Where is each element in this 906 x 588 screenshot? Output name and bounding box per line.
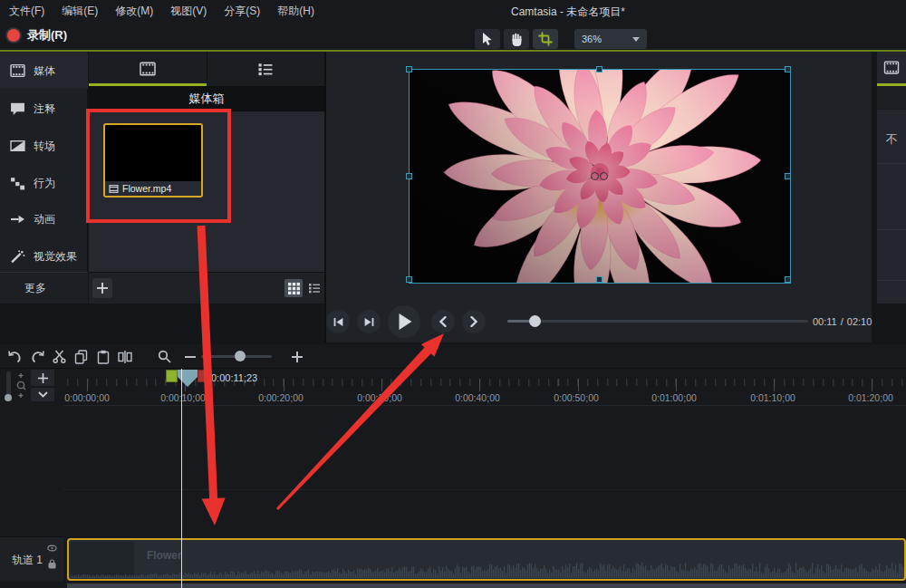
ruler-label: 0:00:20;00 [258,392,304,403]
resize-handle-tm[interactable] [596,66,602,72]
menu-modify[interactable]: 修改(M) [115,4,153,19]
time-separator: / [841,316,843,327]
add-track-button[interactable] [31,370,54,386]
list-icon [257,63,274,76]
track-height-slider-thumb[interactable] [5,394,12,401]
track-zoom-mini-icon[interactable] [14,372,27,400]
animation-arrow-icon [10,212,25,227]
preview-canvas[interactable] [410,70,790,283]
tab-media-bin[interactable] [89,52,207,86]
copy-button[interactable] [72,348,90,365]
behavior-icon [10,176,25,190]
media-thumbnail-flower[interactable]: Flower.mp4 [103,123,203,198]
magic-wand-icon [10,249,25,264]
jump-next-button[interactable] [462,310,486,333]
properties-media-tab[interactable] [877,52,906,86]
sidebar-item-label: 动画 [34,212,55,227]
tab-media-list[interactable] [207,52,325,86]
anchor-circle-left[interactable] [591,172,599,180]
media-bottombar [89,272,324,304]
resize-handle-bl[interactable] [406,276,412,283]
plus-icon [97,283,108,294]
sidebar-item-visual-effects[interactable]: 视觉效果 [0,238,88,275]
ruler-label: 0:00:50;00 [554,392,599,403]
ruler-label: 0:00:30;00 [357,392,402,403]
menubar: 文件(F) 编辑(E) 修改(M) 视图(V) 分享(S) 帮助(H) Camt… [0,0,906,22]
record-label: 录制(R) [27,27,67,43]
sidebar-item-animations[interactable]: 动画 [0,201,88,237]
timeline-zoom-slider-thumb[interactable] [235,351,246,361]
resize-handle-tr[interactable] [785,66,791,72]
transition-icon [10,139,25,153]
menu-share[interactable]: 分享(S) [224,4,260,19]
track-height-slider[interactable] [6,371,11,397]
ruler-label: 0:00:40;00 [455,392,500,403]
canvas-zoom-dropdown[interactable]: 36% [574,29,647,49]
sidebar-item-annotations[interactable]: 注释 [0,91,88,127]
play-button[interactable] [388,305,420,338]
undo-button[interactable] [5,348,23,365]
record-button[interactable]: 录制(R) [7,27,67,43]
sidebar: 媒体 注释 转场 行为 动画 视觉效果 更多 [0,52,88,304]
resize-handle-mr[interactable] [785,173,791,179]
cut-button[interactable] [51,348,68,365]
add-media-button[interactable] [92,278,112,298]
sidebar-more-button[interactable]: 更多 [0,272,88,304]
lock-icon[interactable] [48,559,56,569]
sidebar-item-label: 视觉效果 [34,249,77,265]
menu-help[interactable]: 帮助(H) [277,4,314,19]
media-clip-name: Flower.mp4 [122,183,171,194]
timeline-zoom-icon-button[interactable] [156,348,173,365]
dropdown-caret-icon [632,37,640,42]
seek-bar[interactable] [507,320,808,323]
sidebar-item-media[interactable]: 媒体 [0,53,88,89]
timeline-clip-flower[interactable]: Flower [67,538,906,581]
resize-handle-bm[interactable] [596,276,602,283]
anchor-circle-right[interactable] [600,172,608,180]
list-view-icon [308,283,321,294]
magnifier-icon [158,350,171,363]
sidebar-item-behaviors[interactable]: 行为 [0,165,88,201]
playhead-line[interactable] [181,369,182,588]
chevron-down-icon [38,391,48,398]
step-forward-button[interactable] [357,310,381,333]
crop-icon [538,32,553,46]
seek-bar-thumb[interactable] [529,315,541,327]
playhead-in-handle[interactable] [166,370,178,382]
properties-partial-label: 不 [877,131,906,148]
sidebar-item-label: 注释 [34,101,55,117]
redo-icon [31,350,45,363]
paste-icon [97,350,110,364]
record-dot-icon [7,29,20,42]
properties-section [877,86,906,110]
redo-button[interactable] [29,348,46,365]
playhead-out-handle[interactable] [198,370,207,382]
menu-edit[interactable]: 编辑(E) [62,4,98,19]
selection-tool-button[interactable] [475,29,500,49]
timeline-zoom-in-button[interactable] [288,348,305,365]
grid-view-button[interactable] [284,279,303,297]
collapse-tracks-button[interactable] [31,388,54,401]
resize-handle-ml[interactable] [406,173,412,179]
menu-view[interactable]: 视图(V) [170,4,207,19]
menu-file[interactable]: 文件(F) [9,4,44,19]
time-total: 02:10 [847,316,872,327]
crop-tool-button[interactable] [533,29,558,49]
timeline-scrollbar[interactable] [67,583,906,588]
resize-handle-tl[interactable] [406,66,412,72]
sidebar-item-transitions[interactable]: 转场 [0,128,88,164]
resize-handle-br[interactable] [785,276,791,283]
eye-icon[interactable] [47,545,57,552]
paste-button[interactable] [94,348,111,365]
properties-rail: 不 [877,52,906,304]
track-lane-divider [63,489,906,490]
split-button[interactable] [116,348,133,365]
list-view-button[interactable] [305,279,323,297]
scissors-icon [53,350,66,363]
step-back-button[interactable] [326,310,350,333]
pan-tool-button[interactable] [504,29,529,49]
jump-prev-button[interactable] [431,310,455,333]
step-forward-icon [363,316,375,328]
timeline-zoom-out-button[interactable] [181,348,198,365]
grid-view-icon [288,283,300,294]
